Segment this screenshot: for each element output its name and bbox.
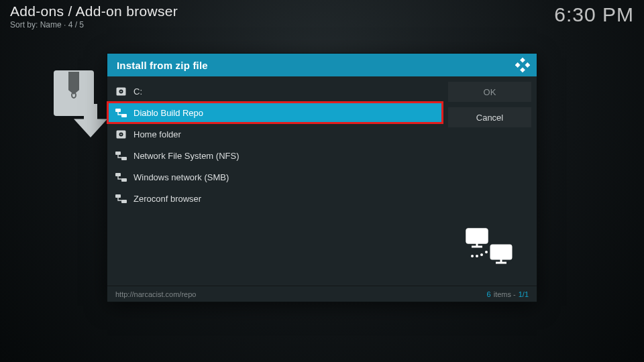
svg-point-26 <box>476 255 478 257</box>
status-count-suffix: items - <box>494 290 516 298</box>
svg-rect-13 <box>121 157 127 160</box>
clock: 6:30 PM <box>554 3 634 26</box>
location-thumbnail-icon <box>448 213 531 280</box>
zip-file-icon <box>54 70 107 124</box>
svg-point-11 <box>121 133 122 135</box>
network-icon <box>115 108 127 117</box>
disk-icon <box>115 129 127 139</box>
svg-rect-1 <box>515 62 521 68</box>
status-count: 6 <box>487 290 491 298</box>
file-row-label: Network File System (NFS) <box>133 151 239 161</box>
file-row-label: Zeroconf browser <box>133 194 201 204</box>
cancel-button[interactable]: Cancel <box>448 107 531 127</box>
breadcrumb: Add-ons / Add-on browser <box>10 3 178 19</box>
ok-button[interactable]: OK <box>448 82 531 102</box>
status-path: http://narcacist.com/repo <box>115 290 196 298</box>
svg-rect-14 <box>115 173 121 176</box>
status-page: 1/1 <box>519 290 529 298</box>
svg-rect-0 <box>520 58 525 63</box>
svg-rect-8 <box>121 114 127 117</box>
file-row[interactable]: C: <box>107 80 443 102</box>
disk-icon <box>115 86 127 96</box>
file-list: C:Diablo Build RepoHome folderNetwork Fi… <box>107 76 443 286</box>
dialog-title-bar: Install from zip file <box>107 54 537 76</box>
svg-rect-17 <box>121 200 127 203</box>
svg-rect-2 <box>525 62 530 68</box>
network-icon <box>115 194 127 203</box>
file-row-label: Home folder <box>133 129 181 139</box>
install-zip-dialog: Install from zip file C:Diablo Build Rep… <box>107 54 537 302</box>
svg-rect-16 <box>115 194 121 198</box>
file-row-label: Diablo Build Repo <box>133 108 203 118</box>
network-icon <box>115 151 127 160</box>
svg-rect-3 <box>520 67 525 72</box>
network-icon <box>115 172 127 182</box>
sort-info: Sort by: Name · 4 / 5 <box>10 20 178 29</box>
file-row[interactable]: Diablo Build Repo <box>107 102 443 123</box>
svg-rect-18 <box>467 229 487 243</box>
file-row[interactable]: Windows network (SMB) <box>107 166 443 188</box>
dialog-sidebar: OK Cancel <box>443 76 537 286</box>
svg-rect-7 <box>115 109 121 112</box>
file-row[interactable]: Home folder <box>107 123 443 145</box>
svg-rect-22 <box>491 245 511 259</box>
svg-rect-15 <box>121 178 127 182</box>
dialog-title: Install from zip file <box>117 60 208 71</box>
file-row[interactable]: Zeroconf browser <box>107 188 443 209</box>
svg-point-6 <box>121 90 122 92</box>
file-row-label: Windows network (SMB) <box>133 172 229 182</box>
status-bar: http://narcacist.com/repo 6 items - 1/1 <box>107 286 537 302</box>
svg-rect-12 <box>115 152 121 155</box>
kodi-logo-icon <box>515 58 530 72</box>
svg-point-27 <box>480 253 483 256</box>
file-row-label: C: <box>133 86 142 97</box>
svg-point-25 <box>471 255 474 257</box>
svg-point-28 <box>485 251 488 253</box>
file-row[interactable]: Network File System (NFS) <box>107 145 443 166</box>
